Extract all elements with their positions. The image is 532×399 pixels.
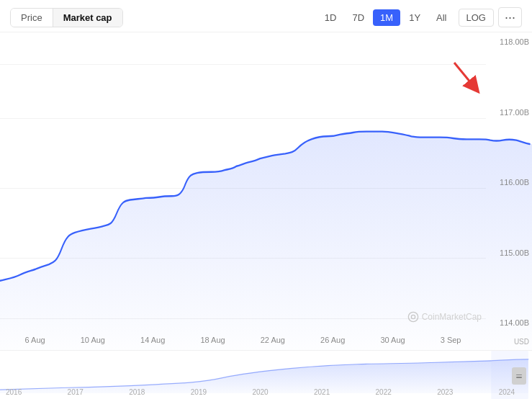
mini-x-label-2: 2017 <box>68 388 84 396</box>
svg-point-2 <box>408 312 418 321</box>
mini-x-label-5: 2020 <box>252 388 268 396</box>
toolbar: Price Market cap 1D 7D 1M 1Y All LOG ··· <box>0 0 532 32</box>
x-label-1: 6 Aug <box>25 336 45 344</box>
app-container: Price Market cap 1D 7D 1M 1Y All LOG ··· <box>0 0 532 399</box>
y-axis: 118.00B 117.00B 116.00B 115.00B 114.00B <box>486 32 532 350</box>
1y-button[interactable]: 1Y <box>402 9 428 26</box>
y-label-5: 114.00B <box>489 319 529 327</box>
7d-button[interactable]: 7D <box>345 9 371 26</box>
mini-x-label-3: 2018 <box>129 388 145 396</box>
mini-x-label-9: 2024 <box>499 388 515 396</box>
y-label-3: 116.00B <box>489 179 529 187</box>
x-label-8: 3 Sep <box>441 336 461 344</box>
time-range-group: 1D 7D 1M 1Y All LOG ··· <box>317 7 522 27</box>
more-button[interactable]: ··· <box>498 7 522 27</box>
svg-line-1 <box>454 63 474 87</box>
mini-chart-inner: 2016 2017 2018 2019 2020 2021 2022 2023 … <box>0 351 532 399</box>
scroll-handle[interactable] <box>512 367 526 385</box>
x-label-2: 10 Aug <box>81 336 105 344</box>
price-tab[interactable]: Price <box>11 9 53 27</box>
mini-x-label-1: 2016 <box>6 388 22 396</box>
watermark-text: CoinMarketCap <box>422 312 482 322</box>
1m-button[interactable]: 1M <box>373 9 400 26</box>
mini-x-label-6: 2021 <box>314 388 330 396</box>
y-label-4: 115.00B <box>489 249 529 257</box>
currency-label: USD <box>514 338 529 346</box>
all-button[interactable]: All <box>429 9 454 26</box>
y-label-2: 117.00B <box>489 109 529 117</box>
mini-x-axis: 2016 2017 2018 2019 2020 2021 2022 2023 … <box>6 388 515 396</box>
x-label-7: 30 Aug <box>380 336 405 344</box>
svg-point-3 <box>411 315 415 318</box>
x-label-5: 22 Aug <box>261 336 285 344</box>
mini-x-label-7: 2022 <box>376 388 392 396</box>
y-label-1: 118.00B <box>489 38 529 46</box>
x-axis: 6 Aug 10 Aug 14 Aug 18 Aug 22 Aug 26 Aug… <box>0 330 486 350</box>
arrow-annotation <box>448 60 477 89</box>
x-label-3: 14 Aug <box>140 336 165 344</box>
x-label-4: 18 Aug <box>200 336 225 344</box>
1d-button[interactable]: 1D <box>317 9 344 26</box>
log-button[interactable]: LOG <box>459 9 494 27</box>
market-cap-tab[interactable]: Market cap <box>53 9 122 27</box>
main-chart: 118.00B 117.00B 116.00B 115.00B 114.00B … <box>0 32 532 350</box>
handle-line-2 <box>516 377 522 378</box>
x-label-6: 26 Aug <box>320 336 345 344</box>
mini-chart: 2016 2017 2018 2019 2020 2021 2022 2023 … <box>0 350 532 399</box>
watermark: CoinMarketCap <box>407 311 482 323</box>
handle-lines <box>516 375 522 378</box>
mini-x-label-4: 2019 <box>191 388 207 396</box>
handle-line-1 <box>516 375 522 376</box>
mini-x-label-8: 2023 <box>437 388 453 396</box>
view-tab-group: Price Market cap <box>10 8 123 27</box>
